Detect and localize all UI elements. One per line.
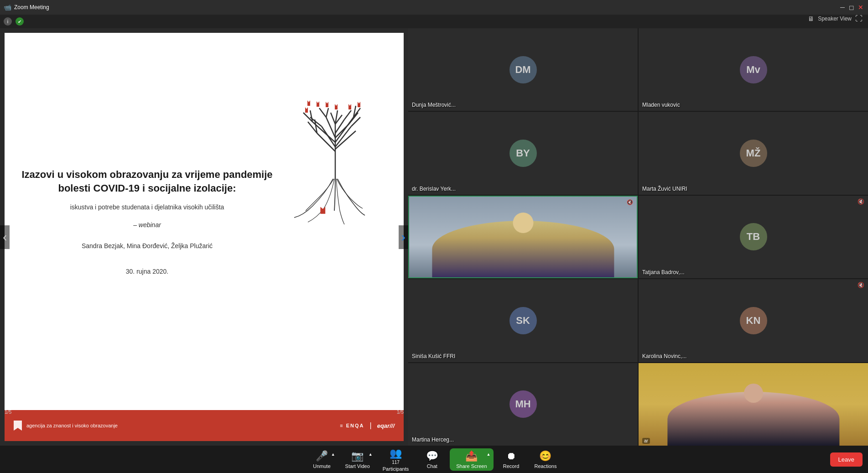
share-screen-button[interactable]: 📤 Share Screen ▲ <box>450 448 493 471</box>
slide-text-area: Izazovi u visokom obrazovanju za vrijeme… <box>18 42 285 401</box>
share-arrow-icon: ▲ <box>487 452 491 457</box>
participant-avatar-8: KN <box>740 307 767 334</box>
slide-container: Izazovi u visokom obrazovanju za vrijeme… <box>5 33 404 441</box>
record-label: Record <box>503 463 519 469</box>
slide-tree-illustration <box>285 42 390 401</box>
participant-name-9: Martina Herceg... <box>412 437 454 443</box>
participant-tile-10-video: ar <box>639 363 868 446</box>
security-bar: i ✔ <box>0 15 868 28</box>
slide-main: Izazovi u visokom obrazovanju za vrijeme… <box>5 33 404 410</box>
start-video-label: Start Video <box>345 463 370 469</box>
video-icon: 📷 <box>351 450 364 462</box>
speaker-view-label[interactable]: Speaker View <box>818 16 852 22</box>
footer-org-label: agencija za znanost i visoko obrazovanje <box>26 423 118 428</box>
participant-avatar-4: MŽ <box>740 140 767 167</box>
main-content: ‹ › 1/5 1/5 Izazovi u visokom obrazovanj… <box>0 28 868 446</box>
slide-subtitle: iskustva i potrebe studenata i djelatnik… <box>18 203 276 212</box>
slide-webinar: – webinar <box>18 221 276 229</box>
participant-avatar-1: DM <box>509 56 537 83</box>
participant-tile-2: Mv Mladen vukovic <box>639 28 868 111</box>
prev-slide-button[interactable]: ‹ <box>0 225 10 249</box>
minimize-button[interactable]: ─ <box>839 4 846 11</box>
eqar-label: eqar/// <box>377 422 395 429</box>
participant-tile-9: MH Martina Herceg... <box>408 363 638 446</box>
participant-tile-1: DM Dunja Meštrović... <box>408 28 638 111</box>
slide-footer-left-logo: agencija za znanost i visoko obrazovanje <box>14 421 118 431</box>
share-screen-label: Share Screen <box>456 463 487 469</box>
slide-counter-right: 1/5 <box>397 409 404 415</box>
participant-avatar-7: SK <box>509 307 537 334</box>
participant-name-8: Karolina Novinc,... <box>642 353 686 359</box>
participant-tile-8: KN Karolina Novinc,... 🔇 <box>639 279 868 362</box>
next-slide-button[interactable]: › <box>399 225 408 249</box>
muted-icon-8: 🔇 <box>858 282 864 288</box>
chat-button[interactable]: 💬 Chat <box>416 448 448 471</box>
participant-name-2: Mladen vukovic <box>642 102 680 108</box>
participants-icon: 👥 <box>390 447 402 459</box>
svg-marker-25 <box>305 107 308 113</box>
record-button[interactable]: ⏺ Record <box>495 448 527 471</box>
participant-tile-6: TB Tatjana Badrov,... 🔇 <box>639 196 868 278</box>
monitor-icon: 🖥 <box>808 15 814 22</box>
svg-marker-28 <box>317 101 319 107</box>
muted-icon-6: 🔇 <box>858 198 864 205</box>
participant-name-6: Tatjana Badrov,... <box>642 269 685 275</box>
svg-marker-31 <box>335 104 338 109</box>
slide-authors: Sandra Bezjak, Mina Đorđević, Željka Plu… <box>18 242 276 249</box>
participant-name-7: Siniša Kušić FFRI <box>412 353 455 359</box>
participant-avatar-2: Mv <box>740 56 767 83</box>
svg-marker-32 <box>320 207 325 213</box>
participant-name-4: Marta Žuvić UNIRI <box>642 186 687 192</box>
slide-counter-left: 1/5 <box>5 409 11 415</box>
svg-line-22 <box>331 113 335 124</box>
svg-marker-36 <box>14 421 22 431</box>
reactions-icon: 😊 <box>539 450 551 462</box>
svg-line-16 <box>326 108 328 117</box>
svg-marker-30 <box>326 102 328 107</box>
fullscreen-icon[interactable]: ⛶ <box>855 15 863 23</box>
svg-marker-27 <box>358 102 360 107</box>
participant-avatar-3: BY <box>509 140 537 167</box>
reactions-button[interactable]: 😊 Reactions <box>529 448 562 471</box>
slide-footer-right-logos: ≡ ENQA | eqar/// <box>340 421 395 430</box>
video-arrow-icon: ▲ <box>369 452 373 457</box>
title-bar: 📹 Zoom Meeting ─ ◻ ✕ <box>0 0 868 15</box>
participant-name-1: Dunja Meštrović... <box>412 102 456 108</box>
participant-tile-5-video: 🔇 <box>408 196 638 278</box>
unmute-button[interactable]: 🎤 Unmute ▲ <box>306 448 338 471</box>
participants-count: 117 <box>392 460 400 465</box>
participant-avatar-6: TB <box>740 223 767 250</box>
reactions-label: Reactions <box>535 463 557 469</box>
participant-tile-7: SK Siniša Kušić FFRI <box>408 279 638 362</box>
toolbar: 🎤 Unmute ▲ 📷 Start Video ▲ 👥 117 Partici… <box>0 446 868 473</box>
enqa-lines-icon: ≡ ENQA <box>340 423 364 428</box>
shield-icon: ✔ <box>16 17 24 26</box>
svg-line-15 <box>319 108 326 117</box>
slide-footer: agencija za znanost i visoko obrazovanje… <box>5 410 404 441</box>
slide-title: Izazovi u visokom obrazovanju za vrijeme… <box>18 168 276 195</box>
tree-svg <box>285 42 385 224</box>
start-video-button[interactable]: 📷 Start Video ▲ <box>340 448 375 471</box>
svg-line-17 <box>344 110 351 120</box>
participant-avatar-9: MH <box>509 390 537 418</box>
mute-icon: 🎤 <box>316 450 328 462</box>
info-icon: i <box>4 17 12 26</box>
svg-marker-29 <box>348 104 351 109</box>
close-button[interactable]: ✕ <box>857 4 864 11</box>
participant-name-3: dr. Berislav Yerk... <box>412 186 456 192</box>
slide-date: 30. rujna 2020. <box>18 268 276 275</box>
leave-button[interactable]: Leave <box>830 452 863 467</box>
chat-icon: 💬 <box>426 450 438 462</box>
unmute-arrow-icon: ▲ <box>331 452 335 457</box>
participant-tile-3: BY dr. Berislav Yerk... <box>408 112 638 194</box>
view-controls: 🖥 Speaker View ⛶ <box>808 15 863 23</box>
participants-button[interactable]: 👥 117 Participants <box>377 446 414 473</box>
record-icon: ⏺ <box>506 450 516 462</box>
chat-label: Chat <box>427 463 437 469</box>
share-screen-icon: 📤 <box>465 450 478 462</box>
participant-ar-badge: ar <box>642 438 650 444</box>
app-icon: 📹 <box>4 4 11 11</box>
unmute-label: Unmute <box>313 463 331 469</box>
slide-panel: ‹ › 1/5 1/5 Izazovi u visokom obrazovanj… <box>0 28 408 446</box>
restore-button[interactable]: ◻ <box>848 4 855 11</box>
